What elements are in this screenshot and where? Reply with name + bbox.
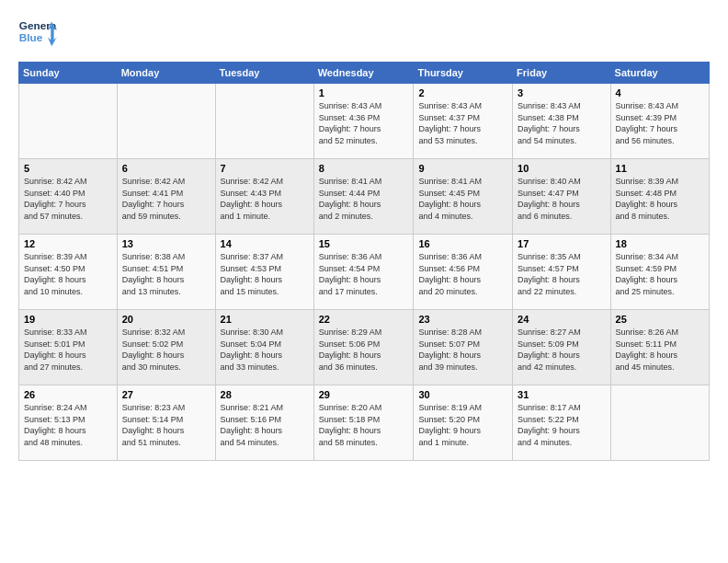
week-row-2: 5Sunrise: 8:42 AMSunset: 4:40 PMDaylight… <box>19 159 710 235</box>
day-detail: Sunrise: 8:26 AMSunset: 5:11 PMDaylight:… <box>616 327 704 373</box>
day-detail: Sunrise: 8:28 AMSunset: 5:07 PMDaylight:… <box>418 327 507 373</box>
calendar-cell: 25Sunrise: 8:26 AMSunset: 5:11 PMDayligh… <box>610 310 709 385</box>
calendar-cell: 16Sunrise: 8:36 AMSunset: 4:56 PMDayligh… <box>414 235 513 310</box>
day-number: 6 <box>122 163 210 174</box>
day-number: 17 <box>518 238 605 249</box>
weekday-header-sunday: Sunday <box>19 63 118 84</box>
day-detail: Sunrise: 8:41 AMSunset: 4:44 PMDaylight:… <box>319 176 409 222</box>
day-detail: Sunrise: 8:43 AMSunset: 4:39 PMDaylight:… <box>616 100 704 146</box>
calendar-cell: 10Sunrise: 8:40 AMSunset: 4:47 PMDayligh… <box>513 159 610 235</box>
logo: General Blue <box>18 14 57 52</box>
calendar-cell: 20Sunrise: 8:32 AMSunset: 5:02 PMDayligh… <box>117 310 215 385</box>
day-number: 24 <box>518 314 605 325</box>
day-detail: Sunrise: 8:39 AMSunset: 4:48 PMDaylight:… <box>616 176 704 222</box>
week-row-5: 26Sunrise: 8:24 AMSunset: 5:13 PMDayligh… <box>19 385 710 461</box>
day-detail: Sunrise: 8:29 AMSunset: 5:06 PMDaylight:… <box>319 327 409 373</box>
calendar-cell: 6Sunrise: 8:42 AMSunset: 4:41 PMDaylight… <box>117 159 215 235</box>
day-number: 3 <box>518 87 605 98</box>
day-detail: Sunrise: 8:37 AMSunset: 4:53 PMDaylight:… <box>221 251 309 297</box>
calendar-cell: 24Sunrise: 8:27 AMSunset: 5:09 PMDayligh… <box>513 310 610 385</box>
calendar-cell: 14Sunrise: 8:37 AMSunset: 4:53 PMDayligh… <box>215 235 313 310</box>
calendar-cell: 15Sunrise: 8:36 AMSunset: 4:54 PMDayligh… <box>313 235 414 310</box>
day-number: 31 <box>518 389 605 400</box>
calendar-cell: 17Sunrise: 8:35 AMSunset: 4:57 PMDayligh… <box>513 235 610 310</box>
weekday-header-friday: Friday <box>513 63 610 84</box>
calendar-cell: 19Sunrise: 8:33 AMSunset: 5:01 PMDayligh… <box>19 310 118 385</box>
day-number: 14 <box>221 238 309 249</box>
calendar-cell: 11Sunrise: 8:39 AMSunset: 4:48 PMDayligh… <box>610 159 709 235</box>
day-number: 12 <box>24 238 112 249</box>
svg-text:Blue: Blue <box>19 31 43 43</box>
weekday-header-saturday: Saturday <box>610 63 709 84</box>
calendar-cell: 21Sunrise: 8:30 AMSunset: 5:04 PMDayligh… <box>215 310 313 385</box>
day-number: 9 <box>418 163 507 174</box>
weekday-header-wednesday: Wednesday <box>313 63 414 84</box>
day-detail: Sunrise: 8:19 AMSunset: 5:20 PMDaylight:… <box>418 402 507 448</box>
header-area: General Blue <box>18 14 710 52</box>
calendar-cell: 13Sunrise: 8:38 AMSunset: 4:51 PMDayligh… <box>117 235 215 310</box>
day-detail: Sunrise: 8:35 AMSunset: 4:57 PMDaylight:… <box>518 251 605 297</box>
day-detail: Sunrise: 8:24 AMSunset: 5:13 PMDaylight:… <box>24 402 112 448</box>
day-number: 1 <box>319 87 409 98</box>
calendar-cell <box>117 84 215 159</box>
calendar-cell: 23Sunrise: 8:28 AMSunset: 5:07 PMDayligh… <box>414 310 513 385</box>
calendar-cell <box>19 84 118 159</box>
calendar-cell: 30Sunrise: 8:19 AMSunset: 5:20 PMDayligh… <box>414 385 513 461</box>
week-row-3: 12Sunrise: 8:39 AMSunset: 4:50 PMDayligh… <box>19 235 710 310</box>
day-number: 23 <box>418 314 507 325</box>
weekday-header-monday: Monday <box>117 63 215 84</box>
day-detail: Sunrise: 8:38 AMSunset: 4:51 PMDaylight:… <box>122 251 210 297</box>
weekday-header-thursday: Thursday <box>414 63 513 84</box>
weekday-header-tuesday: Tuesday <box>215 63 313 84</box>
day-number: 4 <box>616 87 704 98</box>
day-detail: Sunrise: 8:17 AMSunset: 5:22 PMDaylight:… <box>518 402 605 448</box>
calendar-cell: 31Sunrise: 8:17 AMSunset: 5:22 PMDayligh… <box>513 385 610 461</box>
calendar-cell: 29Sunrise: 8:20 AMSunset: 5:18 PMDayligh… <box>313 385 414 461</box>
day-number: 8 <box>319 163 409 174</box>
calendar-cell: 1Sunrise: 8:43 AMSunset: 4:36 PMDaylight… <box>313 84 414 159</box>
day-number: 7 <box>221 163 309 174</box>
calendar-cell <box>610 385 709 461</box>
calendar-cell <box>215 84 313 159</box>
day-number: 21 <box>221 314 309 325</box>
calendar-cell: 26Sunrise: 8:24 AMSunset: 5:13 PMDayligh… <box>19 385 118 461</box>
day-detail: Sunrise: 8:42 AMSunset: 4:41 PMDaylight:… <box>122 176 210 222</box>
day-number: 28 <box>221 389 309 400</box>
day-number: 29 <box>319 389 409 400</box>
day-detail: Sunrise: 8:36 AMSunset: 4:56 PMDaylight:… <box>418 251 507 297</box>
day-number: 19 <box>24 314 112 325</box>
day-number: 2 <box>418 87 507 98</box>
day-number: 30 <box>418 389 507 400</box>
day-detail: Sunrise: 8:23 AMSunset: 5:14 PMDaylight:… <box>122 402 210 448</box>
day-detail: Sunrise: 8:34 AMSunset: 4:59 PMDaylight:… <box>616 251 704 297</box>
calendar-page: General Blue SundayMondayTuesdayWednesda… <box>0 0 728 563</box>
calendar-cell: 7Sunrise: 8:42 AMSunset: 4:43 PMDaylight… <box>215 159 313 235</box>
calendar-cell: 22Sunrise: 8:29 AMSunset: 5:06 PMDayligh… <box>313 310 414 385</box>
calendar-cell: 5Sunrise: 8:42 AMSunset: 4:40 PMDaylight… <box>19 159 118 235</box>
calendar-table: SundayMondayTuesdayWednesdayThursdayFrid… <box>18 62 710 461</box>
day-detail: Sunrise: 8:32 AMSunset: 5:02 PMDaylight:… <box>122 327 210 373</box>
day-number: 22 <box>319 314 409 325</box>
day-detail: Sunrise: 8:33 AMSunset: 5:01 PMDaylight:… <box>24 327 112 373</box>
day-detail: Sunrise: 8:43 AMSunset: 4:36 PMDaylight:… <box>319 100 409 146</box>
calendar-cell: 3Sunrise: 8:43 AMSunset: 4:38 PMDaylight… <box>513 84 610 159</box>
calendar-cell: 28Sunrise: 8:21 AMSunset: 5:16 PMDayligh… <box>215 385 313 461</box>
calendar-cell: 4Sunrise: 8:43 AMSunset: 4:39 PMDaylight… <box>610 84 709 159</box>
weekday-header-row: SundayMondayTuesdayWednesdayThursdayFrid… <box>19 63 710 84</box>
day-number: 25 <box>616 314 704 325</box>
week-row-1: 1Sunrise: 8:43 AMSunset: 4:36 PMDaylight… <box>19 84 710 159</box>
calendar-cell: 27Sunrise: 8:23 AMSunset: 5:14 PMDayligh… <box>117 385 215 461</box>
calendar-cell: 12Sunrise: 8:39 AMSunset: 4:50 PMDayligh… <box>19 235 118 310</box>
day-number: 20 <box>122 314 210 325</box>
day-detail: Sunrise: 8:40 AMSunset: 4:47 PMDaylight:… <box>518 176 605 222</box>
day-number: 13 <box>122 238 210 249</box>
day-number: 26 <box>24 389 112 400</box>
day-detail: Sunrise: 8:43 AMSunset: 4:37 PMDaylight:… <box>418 100 507 146</box>
day-number: 18 <box>616 238 704 249</box>
day-detail: Sunrise: 8:21 AMSunset: 5:16 PMDaylight:… <box>221 402 309 448</box>
calendar-cell: 2Sunrise: 8:43 AMSunset: 4:37 PMDaylight… <box>414 84 513 159</box>
day-detail: Sunrise: 8:36 AMSunset: 4:54 PMDaylight:… <box>319 251 409 297</box>
day-number: 16 <box>418 238 507 249</box>
day-detail: Sunrise: 8:27 AMSunset: 5:09 PMDaylight:… <box>518 327 605 373</box>
day-number: 27 <box>122 389 210 400</box>
